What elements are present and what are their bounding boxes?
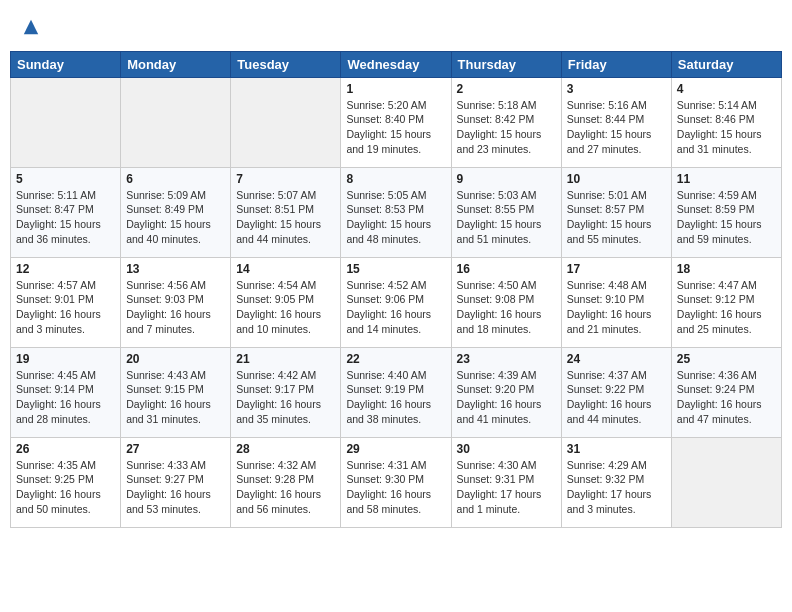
day-number: 19 (16, 352, 115, 366)
calendar-cell: 24Sunrise: 4:37 AM Sunset: 9:22 PM Dayli… (561, 347, 671, 437)
day-info: Sunrise: 4:36 AM Sunset: 9:24 PM Dayligh… (677, 368, 776, 427)
day-number: 2 (457, 82, 556, 96)
calendar-cell: 15Sunrise: 4:52 AM Sunset: 9:06 PM Dayli… (341, 257, 451, 347)
day-number: 22 (346, 352, 445, 366)
day-number: 8 (346, 172, 445, 186)
calendar-cell: 23Sunrise: 4:39 AM Sunset: 9:20 PM Dayli… (451, 347, 561, 437)
day-info: Sunrise: 4:42 AM Sunset: 9:17 PM Dayligh… (236, 368, 335, 427)
column-header-thursday: Thursday (451, 51, 561, 77)
day-number: 23 (457, 352, 556, 366)
day-info: Sunrise: 5:09 AM Sunset: 8:49 PM Dayligh… (126, 188, 225, 247)
calendar-cell: 27Sunrise: 4:33 AM Sunset: 9:27 PM Dayli… (121, 437, 231, 527)
day-number: 6 (126, 172, 225, 186)
day-info: Sunrise: 4:59 AM Sunset: 8:59 PM Dayligh… (677, 188, 776, 247)
day-info: Sunrise: 5:16 AM Sunset: 8:44 PM Dayligh… (567, 98, 666, 157)
day-number: 4 (677, 82, 776, 96)
day-info: Sunrise: 5:20 AM Sunset: 8:40 PM Dayligh… (346, 98, 445, 157)
calendar-cell: 9Sunrise: 5:03 AM Sunset: 8:55 PM Daylig… (451, 167, 561, 257)
day-info: Sunrise: 4:50 AM Sunset: 9:08 PM Dayligh… (457, 278, 556, 337)
day-info: Sunrise: 4:43 AM Sunset: 9:15 PM Dayligh… (126, 368, 225, 427)
calendar-cell (11, 77, 121, 167)
logo-icon (22, 18, 40, 36)
day-info: Sunrise: 5:11 AM Sunset: 8:47 PM Dayligh… (16, 188, 115, 247)
calendar-cell: 14Sunrise: 4:54 AM Sunset: 9:05 PM Dayli… (231, 257, 341, 347)
day-number: 31 (567, 442, 666, 456)
calendar-cell: 3Sunrise: 5:16 AM Sunset: 8:44 PM Daylig… (561, 77, 671, 167)
calendar-cell: 18Sunrise: 4:47 AM Sunset: 9:12 PM Dayli… (671, 257, 781, 347)
day-number: 27 (126, 442, 225, 456)
week-row-3: 12Sunrise: 4:57 AM Sunset: 9:01 PM Dayli… (11, 257, 782, 347)
day-number: 17 (567, 262, 666, 276)
calendar-cell: 28Sunrise: 4:32 AM Sunset: 9:28 PM Dayli… (231, 437, 341, 527)
day-info: Sunrise: 4:37 AM Sunset: 9:22 PM Dayligh… (567, 368, 666, 427)
day-number: 10 (567, 172, 666, 186)
calendar-cell: 5Sunrise: 5:11 AM Sunset: 8:47 PM Daylig… (11, 167, 121, 257)
calendar-cell: 12Sunrise: 4:57 AM Sunset: 9:01 PM Dayli… (11, 257, 121, 347)
calendar-cell: 10Sunrise: 5:01 AM Sunset: 8:57 PM Dayli… (561, 167, 671, 257)
calendar-cell: 2Sunrise: 5:18 AM Sunset: 8:42 PM Daylig… (451, 77, 561, 167)
day-number: 1 (346, 82, 445, 96)
day-info: Sunrise: 4:45 AM Sunset: 9:14 PM Dayligh… (16, 368, 115, 427)
calendar-cell: 11Sunrise: 4:59 AM Sunset: 8:59 PM Dayli… (671, 167, 781, 257)
day-number: 13 (126, 262, 225, 276)
week-row-1: 1Sunrise: 5:20 AM Sunset: 8:40 PM Daylig… (11, 77, 782, 167)
day-info: Sunrise: 4:29 AM Sunset: 9:32 PM Dayligh… (567, 458, 666, 517)
day-number: 28 (236, 442, 335, 456)
column-header-friday: Friday (561, 51, 671, 77)
day-info: Sunrise: 5:01 AM Sunset: 8:57 PM Dayligh… (567, 188, 666, 247)
day-number: 7 (236, 172, 335, 186)
calendar-cell: 1Sunrise: 5:20 AM Sunset: 8:40 PM Daylig… (341, 77, 451, 167)
day-number: 12 (16, 262, 115, 276)
week-row-5: 26Sunrise: 4:35 AM Sunset: 9:25 PM Dayli… (11, 437, 782, 527)
logo (20, 18, 40, 41)
day-number: 26 (16, 442, 115, 456)
day-number: 9 (457, 172, 556, 186)
page-header (10, 10, 782, 45)
day-info: Sunrise: 4:47 AM Sunset: 9:12 PM Dayligh… (677, 278, 776, 337)
day-number: 24 (567, 352, 666, 366)
day-info: Sunrise: 5:18 AM Sunset: 8:42 PM Dayligh… (457, 98, 556, 157)
day-number: 18 (677, 262, 776, 276)
day-info: Sunrise: 4:56 AM Sunset: 9:03 PM Dayligh… (126, 278, 225, 337)
calendar-cell: 29Sunrise: 4:31 AM Sunset: 9:30 PM Dayli… (341, 437, 451, 527)
svg-marker-0 (24, 20, 38, 34)
calendar-cell (231, 77, 341, 167)
day-info: Sunrise: 4:35 AM Sunset: 9:25 PM Dayligh… (16, 458, 115, 517)
calendar-cell: 30Sunrise: 4:30 AM Sunset: 9:31 PM Dayli… (451, 437, 561, 527)
calendar-header-row: SundayMondayTuesdayWednesdayThursdayFrid… (11, 51, 782, 77)
day-info: Sunrise: 4:48 AM Sunset: 9:10 PM Dayligh… (567, 278, 666, 337)
week-row-4: 19Sunrise: 4:45 AM Sunset: 9:14 PM Dayli… (11, 347, 782, 437)
calendar-cell: 19Sunrise: 4:45 AM Sunset: 9:14 PM Dayli… (11, 347, 121, 437)
calendar-cell: 16Sunrise: 4:50 AM Sunset: 9:08 PM Dayli… (451, 257, 561, 347)
calendar-body: 1Sunrise: 5:20 AM Sunset: 8:40 PM Daylig… (11, 77, 782, 527)
day-info: Sunrise: 4:40 AM Sunset: 9:19 PM Dayligh… (346, 368, 445, 427)
calendar-cell: 31Sunrise: 4:29 AM Sunset: 9:32 PM Dayli… (561, 437, 671, 527)
day-info: Sunrise: 4:54 AM Sunset: 9:05 PM Dayligh… (236, 278, 335, 337)
day-number: 16 (457, 262, 556, 276)
day-number: 21 (236, 352, 335, 366)
day-info: Sunrise: 4:31 AM Sunset: 9:30 PM Dayligh… (346, 458, 445, 517)
day-number: 14 (236, 262, 335, 276)
day-info: Sunrise: 4:32 AM Sunset: 9:28 PM Dayligh… (236, 458, 335, 517)
calendar-cell: 22Sunrise: 4:40 AM Sunset: 9:19 PM Dayli… (341, 347, 451, 437)
calendar-cell: 4Sunrise: 5:14 AM Sunset: 8:46 PM Daylig… (671, 77, 781, 167)
day-info: Sunrise: 4:52 AM Sunset: 9:06 PM Dayligh… (346, 278, 445, 337)
column-header-wednesday: Wednesday (341, 51, 451, 77)
day-info: Sunrise: 5:07 AM Sunset: 8:51 PM Dayligh… (236, 188, 335, 247)
calendar-cell: 20Sunrise: 4:43 AM Sunset: 9:15 PM Dayli… (121, 347, 231, 437)
calendar-cell (121, 77, 231, 167)
day-info: Sunrise: 4:30 AM Sunset: 9:31 PM Dayligh… (457, 458, 556, 517)
day-info: Sunrise: 4:57 AM Sunset: 9:01 PM Dayligh… (16, 278, 115, 337)
calendar-cell: 17Sunrise: 4:48 AM Sunset: 9:10 PM Dayli… (561, 257, 671, 347)
day-info: Sunrise: 4:33 AM Sunset: 9:27 PM Dayligh… (126, 458, 225, 517)
day-number: 11 (677, 172, 776, 186)
day-info: Sunrise: 5:03 AM Sunset: 8:55 PM Dayligh… (457, 188, 556, 247)
calendar-cell (671, 437, 781, 527)
column-header-sunday: Sunday (11, 51, 121, 77)
day-number: 20 (126, 352, 225, 366)
calendar-cell: 8Sunrise: 5:05 AM Sunset: 8:53 PM Daylig… (341, 167, 451, 257)
day-number: 29 (346, 442, 445, 456)
column-header-tuesday: Tuesday (231, 51, 341, 77)
calendar-cell: 13Sunrise: 4:56 AM Sunset: 9:03 PM Dayli… (121, 257, 231, 347)
calendar-cell: 7Sunrise: 5:07 AM Sunset: 8:51 PM Daylig… (231, 167, 341, 257)
